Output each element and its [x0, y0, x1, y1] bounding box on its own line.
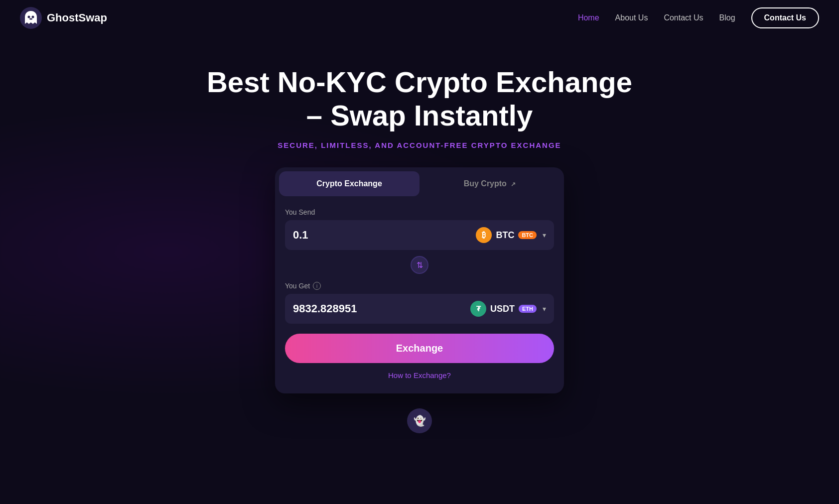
usdt-icon: ₮: [470, 301, 486, 317]
eth-badge: ETH: [519, 305, 537, 313]
btc-icon: ₿: [476, 227, 492, 243]
btc-badge: BTC: [518, 231, 537, 239]
nav-home[interactable]: Home: [578, 13, 599, 22]
send-chevron-icon: ▾: [543, 231, 546, 239]
exchange-form: You Send ₿ BTC BTC ▾ ⇅: [279, 208, 560, 389]
bottom-ghost-icon: 👻: [407, 408, 432, 433]
get-input-row: ₮ USDT ETH ▾: [285, 294, 554, 324]
info-icon[interactable]: i: [313, 282, 321, 290]
exchange-button[interactable]: Exchange: [285, 334, 554, 363]
nav-contact[interactable]: Contact Us: [664, 13, 703, 22]
swap-direction-button[interactable]: ⇅: [411, 256, 428, 274]
widget-tabs: Crypto Exchange Buy Crypto ↗: [279, 171, 560, 196]
send-amount-input[interactable]: [293, 229, 476, 242]
send-label: You Send: [285, 208, 554, 216]
swap-divider: ⇅: [285, 256, 554, 274]
bottom-hint: 👻: [407, 408, 432, 433]
svg-point-2: [32, 16, 34, 18]
svg-point-1: [28, 16, 30, 18]
external-link-icon: ↗: [511, 181, 516, 188]
how-to-exchange-link[interactable]: How to Exchange?: [285, 371, 554, 379]
hero-subtitle: SECURE, LIMITLESS, AND ACCOUNT-FREE CRYP…: [278, 141, 561, 149]
ghost-logo-icon: [20, 7, 42, 29]
nav-blog[interactable]: Blog: [719, 13, 735, 22]
get-chevron-icon: ▾: [543, 305, 546, 313]
exchange-widget: Crypto Exchange Buy Crypto ↗ You Send ₿ …: [275, 167, 564, 393]
swap-arrows-icon: ⇅: [417, 260, 423, 270]
send-currency-selector[interactable]: ₿ BTC BTC ▾: [476, 227, 546, 243]
hero-title: Best No-KYC Crypto Exchange – Swap Insta…: [195, 66, 644, 132]
nav-links: Home About Us Contact Us Blog Contact Us: [578, 7, 819, 28]
get-amount-input[interactable]: [293, 302, 470, 315]
nav-cta-button[interactable]: Contact Us: [751, 7, 819, 28]
nav-about[interactable]: About Us: [615, 13, 648, 22]
navbar: GhostSwap Home About Us Contact Us Blog …: [0, 0, 839, 36]
logo-text: GhostSwap: [47, 11, 107, 24]
get-currency-selector[interactable]: ₮ USDT ETH ▾: [470, 301, 546, 317]
send-input-row: ₿ BTC BTC ▾: [285, 220, 554, 250]
svg-point-3: [29, 18, 32, 20]
tab-buy-crypto[interactable]: Buy Crypto ↗: [420, 171, 560, 196]
get-label: You Get i: [285, 282, 554, 290]
hero-section: Best No-KYC Crypto Exchange – Swap Insta…: [0, 36, 839, 453]
logo[interactable]: GhostSwap: [20, 7, 107, 29]
tab-crypto-exchange[interactable]: Crypto Exchange: [279, 171, 420, 196]
